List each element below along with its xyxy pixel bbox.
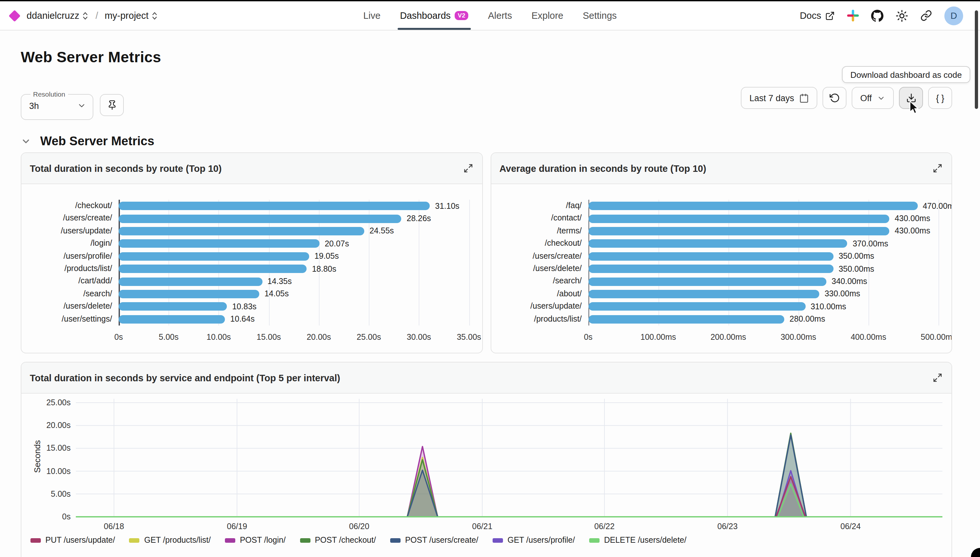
sun-icon (896, 10, 908, 22)
bar[interactable] (119, 265, 307, 273)
bar-value-label: 28.26s (407, 214, 431, 223)
bar[interactable] (588, 202, 917, 210)
download-dashboard-button[interactable] (899, 87, 923, 109)
resolution-select[interactable]: Resolution 3h (21, 90, 93, 120)
bar[interactable] (119, 290, 259, 298)
section-header[interactable]: Web Server Metrics (21, 132, 952, 151)
bar[interactable] (119, 277, 262, 286)
bar-category-label: /checkout/ (499, 237, 582, 250)
bar-row: 31.10s (119, 200, 469, 212)
bar[interactable] (119, 252, 309, 261)
expand-panel-icon[interactable] (931, 162, 944, 174)
unfold-icon (151, 11, 158, 20)
bar[interactable] (588, 290, 819, 298)
bar[interactable] (588, 214, 890, 223)
legend-label: GET /users/profile/ (507, 536, 575, 545)
bar[interactable] (119, 227, 364, 235)
bar-category-label: /users/create/ (499, 250, 582, 262)
legend-item-get-products-list[interactable]: GET /products/list/ (129, 536, 211, 545)
bar-value-label: 340.00ms (832, 277, 867, 286)
bar-category-label: /cart/add/ (29, 275, 112, 288)
bar-row: 14.35s (119, 275, 469, 288)
slack-button[interactable] (847, 10, 859, 21)
refresh-button[interactable] (822, 87, 847, 109)
panel-header: Average duration in seconds by route (To… (491, 153, 951, 184)
dashboard-page: Web Server Metrics Resolution 3h Last 7 … (0, 49, 980, 557)
theme-toggle-button[interactable] (896, 10, 908, 22)
project-selector[interactable]: my-project (105, 10, 158, 21)
bar-category-label: /search/ (29, 288, 112, 300)
bar-value-label: 14.35s (267, 277, 292, 286)
x-tick-label: 10.00s (206, 333, 231, 342)
share-link-button[interactable] (920, 10, 932, 21)
legend-item-delete-users-delete[interactable]: DELETE /users/delete/ (589, 536, 686, 545)
page-scrollbar[interactable] (975, 10, 978, 109)
bar[interactable] (119, 202, 430, 210)
bar-chart: /checkout//users/create//users/update//l… (29, 200, 469, 346)
brand-logo-icon (9, 10, 21, 22)
area-plot-svg[interactable] (76, 396, 943, 518)
bar[interactable] (588, 227, 890, 235)
tab-settings[interactable]: Settings (583, 1, 617, 30)
panel-title: Total duration in seconds by route (Top … (30, 163, 222, 173)
bar-value-label: 14.05s (265, 290, 289, 299)
bar[interactable] (588, 315, 784, 323)
auto-refresh-select[interactable]: Off (852, 87, 894, 109)
legend-item-post-login[interactable]: POST /login/ (225, 536, 286, 545)
tab-live[interactable]: Live (363, 1, 380, 30)
bar[interactable] (588, 239, 847, 248)
bar-row: 20.07s (119, 237, 469, 250)
bar[interactable] (588, 303, 805, 311)
org-selector[interactable]: ddanielcruzz (26, 10, 89, 21)
calendar-icon (799, 93, 809, 103)
bar[interactable] (119, 303, 227, 311)
time-range-button[interactable]: Last 7 days (741, 87, 817, 109)
bar-row: 28.26s (119, 212, 469, 225)
bar-row: 350.00ms (588, 262, 939, 275)
legend-item-put-users-update[interactable]: PUT /users/update/ (31, 536, 115, 545)
x-tick-label: 06/23 (717, 522, 738, 531)
tab-alerts[interactable]: Alerts (488, 1, 512, 30)
legend-swatch (300, 538, 310, 542)
user-avatar[interactable]: D (944, 6, 963, 25)
bar[interactable] (119, 239, 320, 248)
bar-plot-column: 31.10s28.26s24.55s20.07s19.05s18.80s14.3… (119, 200, 469, 346)
expand-panel-icon[interactable] (462, 162, 474, 174)
docs-link[interactable]: Docs (800, 10, 835, 21)
x-axis-ticks: 0s100.00ms200.00ms300.00ms400.00ms500.00… (588, 326, 939, 346)
bar[interactable] (588, 252, 834, 261)
x-tick-label: 25.00s (357, 333, 381, 342)
refresh-icon (829, 93, 840, 103)
bar[interactable] (119, 315, 225, 323)
tab-dashboards[interactable]: DashboardsV2 (400, 1, 469, 30)
legend-item-post-users-create[interactable]: POST /users/create/ (390, 536, 478, 545)
pin-resolution-button[interactable] (100, 94, 124, 116)
x-tick-label: 06/18 (104, 522, 124, 531)
y-tick-label: 10.00s (46, 467, 71, 476)
bar[interactable] (588, 265, 834, 273)
bar[interactable] (119, 214, 401, 223)
bar-category-labels: /checkout//users/create//users/update//l… (29, 200, 119, 346)
bar-category-label: /contact/ (499, 212, 582, 225)
panel-duration-by-service-endpoint: Total duration in seconds by service and… (21, 362, 952, 557)
x-tick-label: 06/24 (840, 522, 861, 531)
x-tick-label: 5.00s (159, 333, 179, 342)
legend-item-post-checkout[interactable]: POST /checkout/ (300, 536, 376, 545)
expand-panel-icon[interactable] (931, 371, 944, 384)
legend-item-get-users-profile[interactable]: GET /users/profile/ (492, 536, 575, 545)
tab-explore[interactable]: Explore (531, 1, 563, 30)
legend-swatch (129, 538, 140, 542)
github-button[interactable] (871, 10, 883, 22)
y-tick-label: 25.00s (46, 398, 71, 407)
bar-row: 10.83s (119, 300, 469, 313)
panel-title: Average duration in seconds by route (To… (499, 163, 706, 173)
section-title: Web Server Metrics (40, 134, 154, 148)
bar-category-label: /users/update/ (499, 300, 582, 313)
panel-header: Total duration in seconds by route (Top … (21, 153, 482, 184)
dashboard-code-button[interactable]: { } (928, 87, 952, 109)
x-axis-ticks: 0s5.00s10.00s15.00s20.00s25.00s30.00s35.… (119, 326, 469, 346)
bar[interactable] (588, 277, 826, 286)
bar-value-label: 430.00ms (895, 226, 930, 236)
link-icon (920, 10, 932, 21)
bar-value-label: 19.05s (314, 252, 339, 261)
